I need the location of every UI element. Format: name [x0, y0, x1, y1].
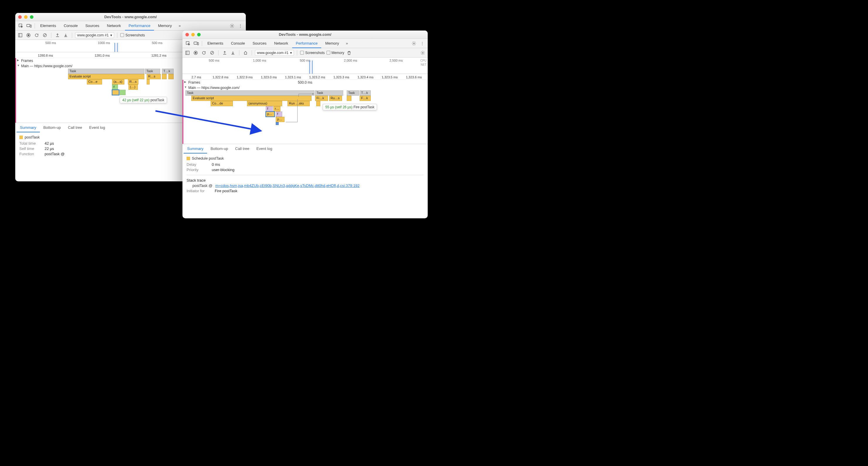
recording-select[interactable]: www.google.com #1▾ [255, 50, 294, 56]
bar-f[interactable]: f [266, 106, 273, 112]
bar-r[interactable]: r… [273, 106, 280, 112]
bar-compile[interactable]: Co…e [87, 79, 102, 85]
inspect-icon[interactable] [17, 22, 25, 30]
record-icon[interactable] [25, 31, 32, 39]
overview-timeline[interactable]: 500 ms 1,000 ms 500 ms 2,000 ms 2,500 ms… [182, 58, 428, 74]
bar-fire[interactable]: F…k [360, 96, 371, 101]
flamechart[interactable]: Frames 500.0 ms Main — https://www.googl… [182, 80, 428, 144]
bar-task[interactable]: Task [347, 90, 359, 96]
download-icon[interactable] [62, 31, 69, 39]
reload-icon[interactable] [33, 31, 40, 39]
screenshots-checkbox[interactable]: Screenshots [120, 33, 145, 37]
dtab-call-tree[interactable]: Call tree [232, 144, 253, 153]
bar-f[interactable]: f [276, 112, 282, 117]
tab-console[interactable]: Console [60, 21, 81, 31]
home-icon[interactable] [242, 49, 249, 57]
bar-task[interactable]: Task [68, 69, 144, 74]
bar-task[interactable]: T…k [162, 69, 174, 74]
tab-network[interactable]: Network [271, 39, 292, 48]
titlebar: DevTools - www.google.com/ [182, 31, 428, 39]
bar-run[interactable]: R…s [147, 74, 161, 79]
recording-select[interactable]: www.google.com #1▾ [75, 32, 114, 38]
bar-fire[interactable]: Fi…k [315, 96, 328, 101]
bar-evaluate-script[interactable]: Evaluate script [191, 96, 312, 101]
bar-posttask-selected[interactable]: p… [266, 112, 275, 117]
toggle-side-pane-icon[interactable] [17, 31, 24, 39]
bar-run-microtasks[interactable]: Run …sks [287, 101, 310, 106]
ruler-tick: 1,323.2 ms [305, 76, 329, 79]
dtab-bottom-up[interactable]: Bottom-up [207, 144, 232, 153]
dtab-event-log[interactable]: Event log [253, 144, 276, 153]
upload-icon[interactable] [54, 31, 61, 39]
screenshots-checkbox[interactable]: Screenshots [300, 51, 325, 55]
ruler-tick: 2.7 ms [184, 76, 208, 79]
bar[interactable] [316, 101, 320, 106]
svg-rect-4 [19, 33, 22, 37]
garbage-icon[interactable] [346, 49, 352, 57]
kebab-menu-icon[interactable]: ⋮ [237, 22, 244, 30]
clear-icon[interactable] [42, 31, 48, 39]
tab-memory[interactable]: Memory [155, 21, 176, 31]
tab-elements[interactable]: Elements [204, 39, 227, 48]
memory-checkbox[interactable]: Memory [327, 51, 344, 55]
dtab-call-tree[interactable]: Call tree [65, 123, 86, 132]
clear-icon[interactable] [209, 49, 215, 57]
bar-compile[interactable]: Co…de [211, 101, 233, 106]
device-toggle-icon[interactable] [25, 22, 33, 30]
toggle-side-pane-icon[interactable] [184, 49, 191, 57]
bar-task[interactable]: Task [185, 90, 314, 96]
color-swatch [187, 157, 190, 160]
bar[interactable] [120, 90, 126, 95]
bar-anonymous[interactable]: (a…s) [112, 79, 124, 85]
overview-brush[interactable] [115, 43, 118, 52]
record-icon[interactable] [192, 49, 199, 57]
bar-task[interactable]: Task [315, 90, 343, 96]
bar[interactable] [347, 96, 351, 101]
dtab-event-log[interactable]: Event log [86, 123, 108, 132]
tab-sources[interactable]: Sources [82, 21, 103, 31]
overview-tick: 500 ms [130, 41, 184, 45]
inspect-icon[interactable] [184, 39, 192, 48]
settings-icon[interactable] [410, 39, 418, 48]
tab-memory[interactable]: Memory [322, 39, 343, 48]
more-tabs-icon[interactable]: » [176, 22, 184, 30]
bar-task[interactable]: T…k [360, 90, 371, 96]
bar-marker[interactable] [276, 122, 279, 125]
bar-f[interactable]: f [112, 85, 118, 90]
settings-icon[interactable] [228, 22, 236, 30]
tab-network[interactable]: Network [103, 21, 125, 31]
bar-evaluate-script[interactable]: Evaluate script [68, 74, 144, 79]
device-toggle-icon[interactable] [192, 39, 200, 48]
bar-parens[interactable]: (…) [128, 85, 138, 90]
bar-run[interactable]: Ru…s [329, 96, 342, 101]
bar-posttask-selected[interactable] [112, 90, 119, 95]
stack-link[interactable]: m=cdos,hsm,jsa,mb4ZUb,cEt90b,SNUn3,qddgK… [215, 183, 360, 188]
dtab-summary[interactable]: Summary [17, 123, 40, 132]
tab-sources[interactable]: Sources [249, 39, 270, 48]
bar-p[interactable]: p… [276, 117, 284, 122]
bar-anonymous[interactable]: (anonymous) [247, 101, 282, 106]
dtab-summary[interactable]: Summary [184, 144, 207, 153]
bar[interactable] [162, 74, 166, 79]
bar-task[interactable]: Task [145, 69, 160, 74]
settings-icon[interactable] [420, 49, 426, 57]
more-tabs-icon[interactable]: » [343, 39, 351, 48]
overview-brush[interactable] [309, 60, 313, 74]
overview-tick: 1000 ms [78, 41, 131, 45]
dtab-bottom-up[interactable]: Bottom-up [40, 123, 65, 132]
tab-console[interactable]: Console [227, 39, 248, 48]
tab-performance[interactable]: Performance [125, 21, 154, 31]
bar-run[interactable]: R…s [128, 79, 138, 85]
bar[interactable] [168, 74, 174, 79]
upload-icon[interactable] [221, 49, 228, 57]
tab-performance[interactable]: Performance [292, 39, 321, 48]
download-icon[interactable] [230, 49, 236, 57]
window-title: DevTools - www.google.com/ [15, 15, 246, 19]
ruler-tick: 1,323.4 ms [353, 76, 377, 79]
bar[interactable] [147, 79, 150, 85]
reload-icon[interactable] [200, 49, 207, 57]
group-main[interactable]: Main — https://www.google.com/ [182, 85, 428, 90]
group-frames[interactable]: Frames 500.0 ms [182, 80, 428, 85]
tab-elements[interactable]: Elements [37, 21, 60, 31]
kebab-menu-icon[interactable]: ⋮ [418, 39, 426, 48]
